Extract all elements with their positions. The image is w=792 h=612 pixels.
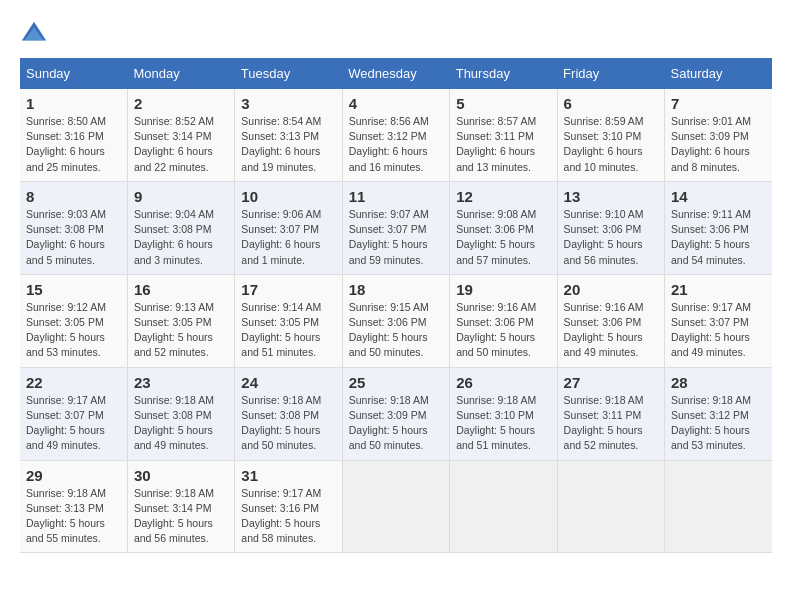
day-number: 23 bbox=[134, 374, 228, 391]
page-header bbox=[20, 20, 772, 48]
calendar-week-row: 8Sunrise: 9:03 AMSunset: 3:08 PMDaylight… bbox=[20, 181, 772, 274]
day-number: 2 bbox=[134, 95, 228, 112]
calendar-cell: 30Sunrise: 9:18 AMSunset: 3:14 PMDayligh… bbox=[127, 460, 234, 553]
calendar-cell: 5Sunrise: 8:57 AMSunset: 3:11 PMDaylight… bbox=[450, 89, 557, 181]
calendar-cell: 20Sunrise: 9:16 AMSunset: 3:06 PMDayligh… bbox=[557, 274, 664, 367]
calendar-cell: 25Sunrise: 9:18 AMSunset: 3:09 PMDayligh… bbox=[342, 367, 449, 460]
calendar-cell: 6Sunrise: 8:59 AMSunset: 3:10 PMDaylight… bbox=[557, 89, 664, 181]
calendar-cell: 22Sunrise: 9:17 AMSunset: 3:07 PMDayligh… bbox=[20, 367, 127, 460]
calendar-cell: 4Sunrise: 8:56 AMSunset: 3:12 PMDaylight… bbox=[342, 89, 449, 181]
day-number: 19 bbox=[456, 281, 550, 298]
calendar-cell bbox=[450, 460, 557, 553]
logo bbox=[20, 20, 52, 48]
header-tuesday: Tuesday bbox=[235, 58, 342, 89]
header-thursday: Thursday bbox=[450, 58, 557, 89]
day-number: 24 bbox=[241, 374, 335, 391]
day-number: 25 bbox=[349, 374, 443, 391]
day-info: Sunrise: 9:08 AMSunset: 3:06 PMDaylight:… bbox=[456, 207, 550, 268]
day-number: 12 bbox=[456, 188, 550, 205]
calendar-cell: 9Sunrise: 9:04 AMSunset: 3:08 PMDaylight… bbox=[127, 181, 234, 274]
calendar-cell: 17Sunrise: 9:14 AMSunset: 3:05 PMDayligh… bbox=[235, 274, 342, 367]
calendar-cell: 21Sunrise: 9:17 AMSunset: 3:07 PMDayligh… bbox=[665, 274, 772, 367]
calendar-cell: 23Sunrise: 9:18 AMSunset: 3:08 PMDayligh… bbox=[127, 367, 234, 460]
logo-icon bbox=[20, 20, 48, 48]
day-info: Sunrise: 9:01 AMSunset: 3:09 PMDaylight:… bbox=[671, 114, 766, 175]
day-number: 11 bbox=[349, 188, 443, 205]
day-number: 31 bbox=[241, 467, 335, 484]
day-info: Sunrise: 9:18 AMSunset: 3:08 PMDaylight:… bbox=[241, 393, 335, 454]
day-info: Sunrise: 8:54 AMSunset: 3:13 PMDaylight:… bbox=[241, 114, 335, 175]
calendar-cell: 8Sunrise: 9:03 AMSunset: 3:08 PMDaylight… bbox=[20, 181, 127, 274]
day-number: 26 bbox=[456, 374, 550, 391]
day-number: 14 bbox=[671, 188, 766, 205]
calendar-cell: 29Sunrise: 9:18 AMSunset: 3:13 PMDayligh… bbox=[20, 460, 127, 553]
header-friday: Friday bbox=[557, 58, 664, 89]
calendar-cell: 18Sunrise: 9:15 AMSunset: 3:06 PMDayligh… bbox=[342, 274, 449, 367]
day-info: Sunrise: 9:12 AMSunset: 3:05 PMDaylight:… bbox=[26, 300, 121, 361]
day-number: 6 bbox=[564, 95, 658, 112]
day-info: Sunrise: 9:04 AMSunset: 3:08 PMDaylight:… bbox=[134, 207, 228, 268]
calendar-cell: 28Sunrise: 9:18 AMSunset: 3:12 PMDayligh… bbox=[665, 367, 772, 460]
day-info: Sunrise: 8:56 AMSunset: 3:12 PMDaylight:… bbox=[349, 114, 443, 175]
calendar-table: SundayMondayTuesdayWednesdayThursdayFrid… bbox=[20, 58, 772, 553]
calendar-cell: 1Sunrise: 8:50 AMSunset: 3:16 PMDaylight… bbox=[20, 89, 127, 181]
day-number: 9 bbox=[134, 188, 228, 205]
day-info: Sunrise: 9:17 AMSunset: 3:07 PMDaylight:… bbox=[26, 393, 121, 454]
calendar-cell: 31Sunrise: 9:17 AMSunset: 3:16 PMDayligh… bbox=[235, 460, 342, 553]
day-number: 10 bbox=[241, 188, 335, 205]
day-number: 17 bbox=[241, 281, 335, 298]
header-sunday: Sunday bbox=[20, 58, 127, 89]
day-number: 29 bbox=[26, 467, 121, 484]
calendar-cell: 3Sunrise: 8:54 AMSunset: 3:13 PMDaylight… bbox=[235, 89, 342, 181]
calendar-week-row: 15Sunrise: 9:12 AMSunset: 3:05 PMDayligh… bbox=[20, 274, 772, 367]
day-info: Sunrise: 9:18 AMSunset: 3:09 PMDaylight:… bbox=[349, 393, 443, 454]
header-saturday: Saturday bbox=[665, 58, 772, 89]
day-number: 27 bbox=[564, 374, 658, 391]
day-info: Sunrise: 9:10 AMSunset: 3:06 PMDaylight:… bbox=[564, 207, 658, 268]
day-info: Sunrise: 9:18 AMSunset: 3:10 PMDaylight:… bbox=[456, 393, 550, 454]
calendar-cell: 2Sunrise: 8:52 AMSunset: 3:14 PMDaylight… bbox=[127, 89, 234, 181]
day-info: Sunrise: 9:18 AMSunset: 3:14 PMDaylight:… bbox=[134, 486, 228, 547]
day-info: Sunrise: 9:17 AMSunset: 3:07 PMDaylight:… bbox=[671, 300, 766, 361]
calendar-cell: 24Sunrise: 9:18 AMSunset: 3:08 PMDayligh… bbox=[235, 367, 342, 460]
day-number: 30 bbox=[134, 467, 228, 484]
day-number: 3 bbox=[241, 95, 335, 112]
day-number: 16 bbox=[134, 281, 228, 298]
day-info: Sunrise: 9:11 AMSunset: 3:06 PMDaylight:… bbox=[671, 207, 766, 268]
day-number: 8 bbox=[26, 188, 121, 205]
day-number: 22 bbox=[26, 374, 121, 391]
day-info: Sunrise: 9:17 AMSunset: 3:16 PMDaylight:… bbox=[241, 486, 335, 547]
calendar-week-row: 29Sunrise: 9:18 AMSunset: 3:13 PMDayligh… bbox=[20, 460, 772, 553]
day-info: Sunrise: 9:06 AMSunset: 3:07 PMDaylight:… bbox=[241, 207, 335, 268]
day-number: 21 bbox=[671, 281, 766, 298]
day-info: Sunrise: 9:18 AMSunset: 3:12 PMDaylight:… bbox=[671, 393, 766, 454]
day-number: 1 bbox=[26, 95, 121, 112]
day-info: Sunrise: 9:13 AMSunset: 3:05 PMDaylight:… bbox=[134, 300, 228, 361]
calendar-cell bbox=[665, 460, 772, 553]
day-number: 15 bbox=[26, 281, 121, 298]
day-info: Sunrise: 9:18 AMSunset: 3:08 PMDaylight:… bbox=[134, 393, 228, 454]
day-info: Sunrise: 9:14 AMSunset: 3:05 PMDaylight:… bbox=[241, 300, 335, 361]
day-number: 4 bbox=[349, 95, 443, 112]
calendar-cell: 13Sunrise: 9:10 AMSunset: 3:06 PMDayligh… bbox=[557, 181, 664, 274]
calendar-week-row: 1Sunrise: 8:50 AMSunset: 3:16 PMDaylight… bbox=[20, 89, 772, 181]
calendar-cell: 16Sunrise: 9:13 AMSunset: 3:05 PMDayligh… bbox=[127, 274, 234, 367]
calendar-cell bbox=[557, 460, 664, 553]
calendar-week-row: 22Sunrise: 9:17 AMSunset: 3:07 PMDayligh… bbox=[20, 367, 772, 460]
day-info: Sunrise: 9:16 AMSunset: 3:06 PMDaylight:… bbox=[564, 300, 658, 361]
day-info: Sunrise: 8:57 AMSunset: 3:11 PMDaylight:… bbox=[456, 114, 550, 175]
calendar-cell: 27Sunrise: 9:18 AMSunset: 3:11 PMDayligh… bbox=[557, 367, 664, 460]
calendar-cell: 11Sunrise: 9:07 AMSunset: 3:07 PMDayligh… bbox=[342, 181, 449, 274]
calendar-cell: 19Sunrise: 9:16 AMSunset: 3:06 PMDayligh… bbox=[450, 274, 557, 367]
day-info: Sunrise: 8:59 AMSunset: 3:10 PMDaylight:… bbox=[564, 114, 658, 175]
day-info: Sunrise: 8:50 AMSunset: 3:16 PMDaylight:… bbox=[26, 114, 121, 175]
header-monday: Monday bbox=[127, 58, 234, 89]
calendar-cell: 14Sunrise: 9:11 AMSunset: 3:06 PMDayligh… bbox=[665, 181, 772, 274]
day-info: Sunrise: 9:03 AMSunset: 3:08 PMDaylight:… bbox=[26, 207, 121, 268]
calendar-header-row: SundayMondayTuesdayWednesdayThursdayFrid… bbox=[20, 58, 772, 89]
day-number: 7 bbox=[671, 95, 766, 112]
day-number: 18 bbox=[349, 281, 443, 298]
header-wednesday: Wednesday bbox=[342, 58, 449, 89]
day-number: 5 bbox=[456, 95, 550, 112]
calendar-cell: 10Sunrise: 9:06 AMSunset: 3:07 PMDayligh… bbox=[235, 181, 342, 274]
